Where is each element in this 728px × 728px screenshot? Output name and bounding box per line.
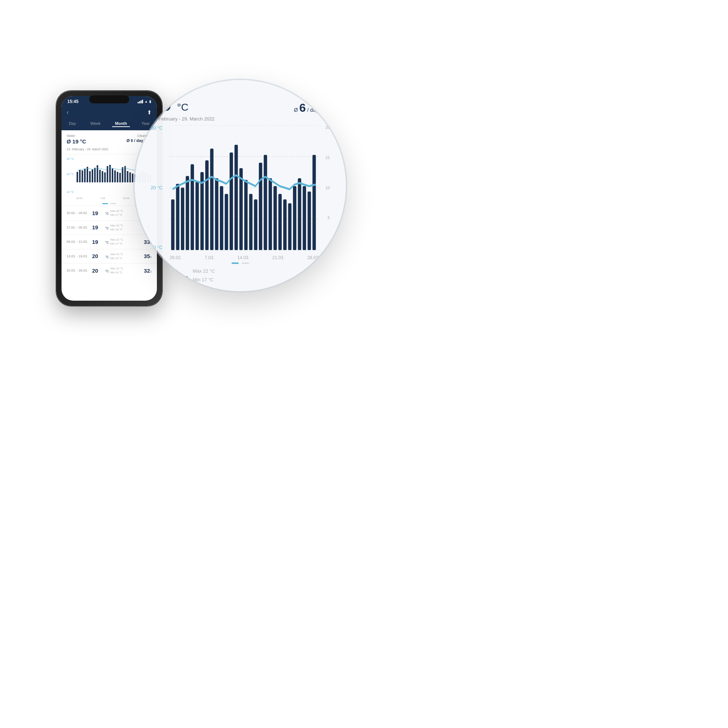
- svg-rect-59: [269, 178, 272, 250]
- mag-chart-svg: [170, 125, 320, 250]
- mag-chart: 30 °C 20 °C 10 °C 20 15 10 5 0: [151, 125, 330, 260]
- mag-date-range: 23. February - 29. March 2022: [151, 116, 330, 122]
- mag-cleaning-value: Ø 6 / day | Σ 1: [294, 101, 330, 115]
- svg-rect-51: [230, 153, 233, 250]
- svg-rect-15: [104, 172, 106, 182]
- chart-y-mid: 20 °C: [67, 173, 74, 176]
- mag-bottom-temp-value: 19: [162, 268, 179, 284]
- svg-rect-9: [89, 171, 91, 182]
- mag-bottom-temp-unit: °C: [181, 275, 188, 283]
- water-value: Ø 19 °C: [67, 138, 86, 145]
- svg-rect-42: [186, 176, 189, 250]
- chart-y-top: 30 °C: [67, 157, 74, 161]
- tab-day[interactable]: Day: [66, 121, 79, 127]
- svg-rect-61: [278, 194, 282, 250]
- svg-rect-40: [176, 184, 179, 250]
- phone-notch: [89, 95, 129, 103]
- share-button[interactable]: ⬆: [147, 109, 152, 116]
- svg-rect-47: [210, 148, 213, 250]
- svg-rect-58: [264, 155, 267, 251]
- svg-rect-6: [81, 170, 83, 182]
- svg-rect-11: [94, 168, 96, 182]
- svg-rect-39: [171, 199, 174, 250]
- water-stat: Water Ø 19 °C: [67, 134, 86, 145]
- svg-rect-10: [92, 169, 93, 182]
- table-row: 06.03. - 12.03. 19 °C Max 22 °CMin 17 °C…: [61, 234, 157, 249]
- status-icons: ▲ ▮: [138, 100, 151, 103]
- svg-rect-19: [114, 170, 116, 182]
- back-button[interactable]: ‹: [67, 109, 69, 116]
- svg-rect-4: [76, 172, 78, 182]
- svg-rect-14: [102, 171, 103, 182]
- svg-rect-66: [303, 186, 306, 250]
- svg-rect-68: [312, 155, 316, 251]
- svg-rect-44: [196, 181, 199, 250]
- magnifier-circle: 19 °C Cleanings Ø 6 / day | Σ 1 23. Febr…: [135, 80, 346, 291]
- svg-rect-41: [181, 188, 184, 251]
- mag-ylabels-right: 20 15 10 5 0: [326, 125, 330, 250]
- tab-month[interactable]: Month: [112, 121, 130, 127]
- svg-rect-60: [273, 186, 277, 250]
- svg-rect-57: [259, 163, 262, 250]
- mag-bottom-temp: 19 °C: [162, 268, 188, 284]
- svg-rect-48: [215, 178, 219, 250]
- tab-week[interactable]: Week: [87, 121, 103, 127]
- svg-rect-52: [234, 145, 238, 251]
- svg-rect-63: [288, 203, 291, 251]
- magnifier-content: 19 °C Cleanings Ø 6 / day | Σ 1 23. Febr…: [135, 80, 346, 291]
- svg-rect-43: [191, 164, 194, 250]
- table-row: 20.03. - 26.03. 20 °C Max 24 °CMin 19 °C…: [61, 263, 157, 278]
- svg-rect-25: [129, 172, 131, 182]
- scroll-dot-active: [102, 203, 108, 204]
- signal-bars: [138, 100, 143, 103]
- svg-rect-53: [240, 168, 243, 250]
- svg-rect-22: [122, 167, 123, 182]
- nav-bar: ‹ ⬆: [61, 106, 157, 118]
- mag-scroll-indicator: [151, 260, 330, 265]
- mag-bottom-detail: ... 19 °C Max 22 °C Min 17 °C: [151, 265, 330, 284]
- svg-rect-50: [225, 194, 228, 250]
- mag-scroll-dot-inactive: [242, 262, 249, 264]
- svg-rect-18: [112, 168, 113, 182]
- mag-cleaning-label: Cleanings: [294, 95, 330, 101]
- svg-rect-54: [244, 180, 248, 250]
- svg-rect-55: [249, 194, 252, 250]
- svg-rect-67: [307, 191, 311, 250]
- mag-scroll-dot-active: [231, 262, 239, 264]
- table-row: 13.03. - 19.03. 20 °C Max 24 °CMin 19 °C…: [61, 249, 157, 263]
- battery-icon: ▮: [149, 100, 151, 103]
- mag-ylabels-left: 30 °C 20 °C 10 °C: [151, 125, 163, 250]
- svg-rect-64: [293, 186, 296, 250]
- status-time: 15:45: [67, 99, 79, 104]
- svg-rect-21: [119, 173, 121, 182]
- mag-bottom-minmax: Max 22 °C Min 17 °C: [193, 267, 215, 284]
- mag-cleaning: Cleanings Ø 6 / day | Σ 1: [294, 95, 330, 115]
- water-label: Water: [67, 134, 86, 138]
- wifi-icon: ▲: [145, 100, 148, 103]
- svg-rect-24: [127, 171, 128, 182]
- tab-bar: Day Week Month Year: [61, 118, 157, 130]
- svg-rect-46: [205, 161, 209, 251]
- svg-rect-49: [220, 186, 223, 250]
- svg-rect-65: [298, 178, 301, 250]
- svg-rect-7: [84, 168, 86, 182]
- svg-rect-26: [132, 174, 133, 182]
- svg-rect-56: [254, 199, 257, 250]
- svg-rect-20: [117, 172, 118, 182]
- scroll-dot-inactive: [110, 203, 116, 204]
- mag-stats: 19 °C Cleanings Ø 6 / day | Σ 1: [151, 95, 330, 115]
- svg-rect-62: [283, 199, 286, 250]
- cleanings-value: Ø 6 / day: [127, 138, 144, 143]
- chart-y-bot: 10 °C: [67, 190, 74, 194]
- mag-xaxis: 28.02. 7.03. 14.03. 21.03. 28.03.: [170, 255, 320, 260]
- svg-rect-5: [79, 170, 80, 183]
- svg-rect-8: [87, 167, 88, 182]
- svg-rect-23: [124, 166, 126, 182]
- stats-header: Water Ø 19 °C Cleanings Ø 6 / day Σ 194: [61, 130, 157, 147]
- svg-rect-13: [99, 170, 101, 183]
